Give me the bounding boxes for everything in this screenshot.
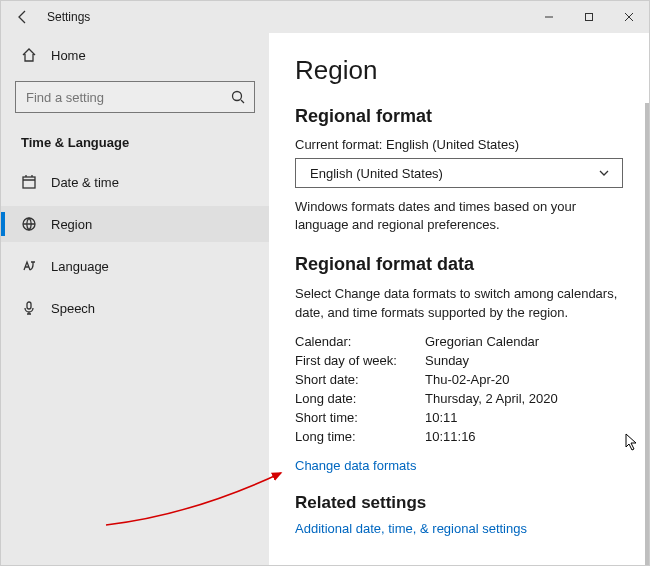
maximize-button[interactable] xyxy=(569,1,609,33)
row-first-day: First day of week:Sunday xyxy=(295,353,623,368)
row-calendar: Calendar:Gregorian Calendar xyxy=(295,334,623,349)
sidebar-item-label: Region xyxy=(51,217,92,232)
chevron-down-icon xyxy=(596,165,612,181)
search-field[interactable] xyxy=(26,90,230,105)
sidebar-item-date-time[interactable]: Date & time xyxy=(1,164,269,200)
sidebar: Home Time & Language Date & time Region xyxy=(1,33,269,565)
dropdown-value: English (United States) xyxy=(310,166,443,181)
window-controls xyxy=(529,1,649,33)
page-title: Region xyxy=(295,55,623,86)
svg-rect-4 xyxy=(27,302,31,309)
microphone-icon xyxy=(21,300,37,316)
sidebar-item-language[interactable]: Language xyxy=(1,248,269,284)
home-icon xyxy=(21,47,37,63)
regional-format-heading: Regional format xyxy=(295,106,623,127)
back-icon[interactable] xyxy=(15,9,31,25)
svg-rect-0 xyxy=(586,14,593,21)
home-label: Home xyxy=(51,48,86,63)
language-icon xyxy=(21,258,37,274)
current-format-label: Current format: English (United States) xyxy=(295,137,623,152)
scrollbar[interactable] xyxy=(645,103,649,565)
titlebar: Settings xyxy=(1,1,649,33)
svg-point-1 xyxy=(233,92,242,101)
row-long-time: Long time:10:11:16 xyxy=(295,429,623,444)
sidebar-item-label: Date & time xyxy=(51,175,119,190)
globe-icon xyxy=(21,216,37,232)
row-long-date: Long date:Thursday, 2 April, 2020 xyxy=(295,391,623,406)
sidebar-item-label: Speech xyxy=(51,301,95,316)
format-description: Windows formats dates and times based on… xyxy=(295,198,623,234)
calendar-icon xyxy=(21,174,37,190)
window-title: Settings xyxy=(47,10,90,24)
cursor-icon xyxy=(625,433,639,454)
format-data-description: Select Change data formats to switch amo… xyxy=(295,285,623,321)
related-settings-heading: Related settings xyxy=(295,493,623,513)
search-input[interactable] xyxy=(15,81,255,113)
sidebar-item-speech[interactable]: Speech xyxy=(1,290,269,326)
content-pane: Region Regional format Current format: E… xyxy=(269,33,649,565)
format-data-heading: Regional format data xyxy=(295,254,623,275)
additional-settings-link[interactable]: Additional date, time, & regional settin… xyxy=(295,521,527,536)
minimize-button[interactable] xyxy=(529,1,569,33)
sidebar-home[interactable]: Home xyxy=(1,39,269,71)
search-icon xyxy=(230,89,246,105)
change-data-formats-link[interactable]: Change data formats xyxy=(295,458,416,473)
format-dropdown[interactable]: English (United States) xyxy=(295,158,623,188)
sidebar-item-region[interactable]: Region xyxy=(1,206,269,242)
row-short-time: Short time:10:11 xyxy=(295,410,623,425)
svg-rect-2 xyxy=(23,177,35,188)
sidebar-item-label: Language xyxy=(51,259,109,274)
sidebar-section: Time & Language xyxy=(1,129,269,164)
close-button[interactable] xyxy=(609,1,649,33)
row-short-date: Short date:Thu-02-Apr-20 xyxy=(295,372,623,387)
